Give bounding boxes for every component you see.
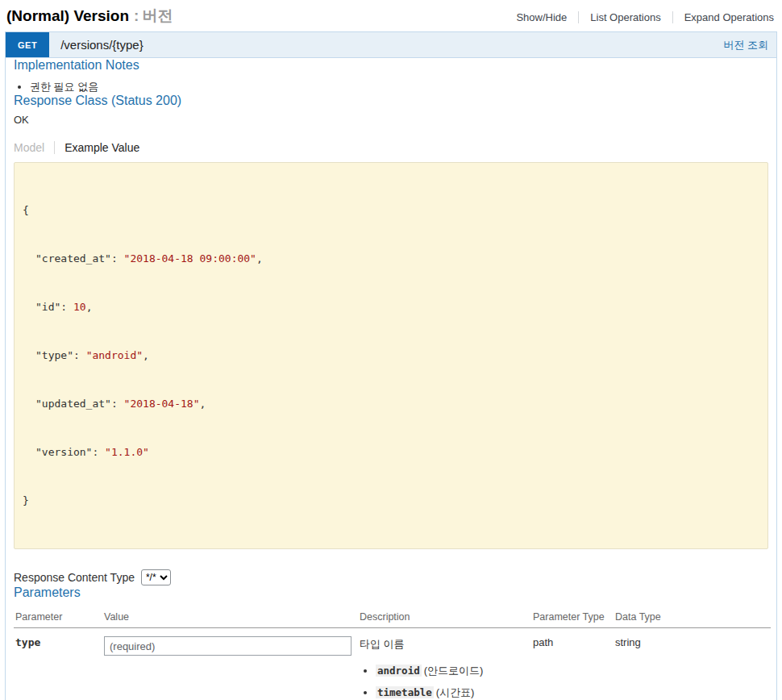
parameters-table: Parameter Value Description Parameter Ty… [14, 606, 771, 700]
option-label: (시간표) [436, 686, 475, 698]
parameter-type: path [531, 628, 614, 700]
option-code: android [376, 665, 422, 677]
implementation-notes-list: 권한 필요 없음 [14, 81, 768, 94]
col-description: Description [358, 606, 531, 628]
parameter-value-cell [102, 628, 358, 700]
col-parameter: Parameter [14, 606, 102, 628]
json-line: } [23, 493, 759, 509]
option-code: timetable [376, 686, 434, 698]
json-line: "updated_at": "2018-04-18", [23, 396, 759, 412]
json-line: "version": "1.1.0" [23, 444, 759, 460]
title-separator: : [134, 7, 139, 24]
json-line: { [23, 202, 759, 219]
type-option-item: timetable(시간표) [376, 685, 528, 700]
parameters-heading: Parameters [14, 585, 768, 600]
show-hide-link[interactable]: Show/Hide [516, 11, 567, 23]
resource-header: (Normal) Version:버전 Show/Hide List Opera… [5, 0, 777, 31]
option-label: (안드로이드) [424, 665, 484, 677]
expand-operations-link[interactable]: Expand Operations [684, 11, 774, 23]
json-line: "id": 10, [23, 299, 759, 315]
list-operations-link[interactable]: List Operations [590, 11, 660, 23]
parameters-header-row: Parameter Value Description Parameter Ty… [14, 606, 771, 628]
endpoint-path-link[interactable]: /versions/{type} [60, 38, 144, 52]
operation-summary-link[interactable]: 버전 조회 [723, 38, 768, 52]
tab-example-value[interactable]: Example Value [55, 141, 139, 154]
type-value-input[interactable] [104, 636, 351, 656]
response-class-heading: Response Class (Status 200) [14, 94, 768, 108]
page-title: (Normal) Version:버전 [6, 6, 173, 27]
resource-description: 버전 [142, 7, 173, 24]
response-content-type-label: Response Content Type [14, 571, 135, 584]
parameter-description: 타입 이름 [360, 638, 405, 650]
tab-model[interactable]: Model [14, 141, 55, 154]
parameter-description-cell: 타입 이름 android(안드로이드) timetable(시간표) shut… [358, 628, 531, 700]
response-content-type-select[interactable]: */* [141, 569, 171, 585]
resource-actions: Show/Hide List Operations Expand Operati… [505, 11, 776, 23]
expand-operations-item: Expand Operations [672, 11, 776, 23]
col-value: Value [102, 606, 358, 628]
response-class-description: OK [14, 114, 768, 126]
parameter-data-type: string [614, 628, 771, 700]
type-option-item: android(안드로이드) [376, 664, 528, 678]
model-tabs: Model Example Value [14, 141, 768, 154]
response-content-type-row: Response Content Type */* [14, 569, 768, 585]
example-value-json: { "created_at": "2018-04-18 09:00:00", "… [14, 162, 768, 549]
json-line: "created_at": "2018-04-18 09:00:00", [23, 251, 759, 267]
implementation-notes-heading: Implementation Notes [14, 58, 768, 73]
col-parameter-type: Parameter Type [531, 606, 614, 628]
resource-name: (Normal) Version [6, 7, 129, 24]
http-method-badge: GET [6, 32, 49, 57]
swagger-page: (Normal) Version:버전 Show/Hide List Opera… [0, 0, 782, 700]
json-line: "type": "android", [23, 348, 759, 364]
operation-content: Implementation Notes 권한 필요 없음 Response C… [6, 58, 776, 700]
show-hide-item: Show/Hide [505, 11, 578, 23]
implementation-note-item: 권한 필요 없음 [30, 81, 768, 94]
parameter-row-type: type 타입 이름 android(안드로이드) timetable(시간표)… [14, 628, 771, 700]
operation-panel: GET /versions/{type} 버전 조회 Implementatio… [5, 31, 777, 700]
list-operations-item: List Operations [578, 11, 672, 23]
operation-header-bar[interactable]: GET /versions/{type} 버전 조회 [6, 32, 776, 58]
col-data-type: Data Type [614, 606, 771, 628]
type-options-list: android(안드로이드) timetable(시간표) shuttle_bu… [360, 664, 528, 700]
parameter-name: type [14, 628, 102, 700]
